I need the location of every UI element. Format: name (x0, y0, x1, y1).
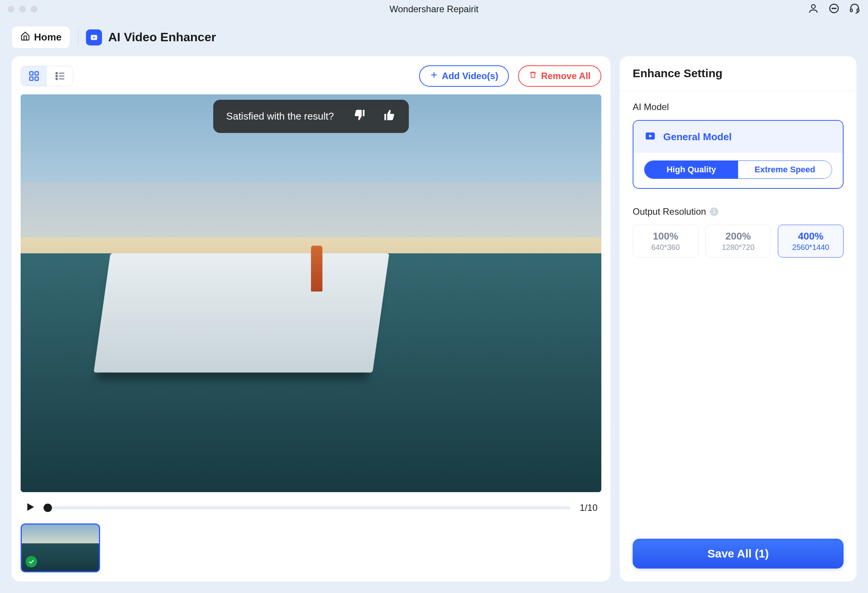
trash-icon (529, 71, 537, 81)
frame-counter: 1/10 (580, 502, 598, 513)
extreme-speed-option[interactable]: Extreme Speed (738, 161, 832, 178)
resolution-pct: 200% (706, 230, 771, 242)
feedback-prompt: Satisfied with the result? (213, 100, 409, 133)
model-name: General Model (663, 131, 732, 143)
quality-toggle: High Quality Extreme Speed (644, 160, 832, 179)
svg-point-16 (56, 78, 57, 80)
video-preview[interactable]: Satisfied with the result? (21, 94, 601, 492)
feedback-icon[interactable] (828, 3, 840, 16)
minimize-window-icon[interactable] (19, 6, 26, 13)
high-quality-option[interactable]: High Quality (645, 161, 738, 178)
page-title-group: AI Video Enhancer (86, 29, 216, 45)
resolution-400[interactable]: 400% 2560*1440 (778, 225, 844, 258)
play-button[interactable] (24, 501, 36, 514)
remove-all-button[interactable]: Remove All (518, 65, 601, 87)
titlebar: Wondershare Repairit (0, 0, 868, 18)
resolution-dim: 2560*1440 (778, 243, 843, 252)
account-icon[interactable] (808, 3, 819, 16)
video-thumbnail[interactable] (21, 523, 100, 572)
svg-rect-8 (30, 72, 33, 75)
resolution-pct: 400% (778, 230, 843, 242)
home-icon (20, 31, 30, 44)
video-enhancer-icon (86, 29, 102, 45)
window-controls (8, 6, 37, 13)
home-label: Home (34, 31, 62, 43)
resolution-options: 100% 640*360 200% 1280*720 400% 2560*144… (633, 225, 844, 258)
close-window-icon[interactable] (8, 6, 15, 13)
resolution-label-text: Output Resolution (633, 206, 706, 217)
home-button[interactable]: Home (11, 26, 70, 49)
resolution-label: Output Resolution i (633, 206, 844, 217)
breadcrumb: Home AI Video Enhancer (0, 18, 868, 56)
svg-rect-11 (35, 77, 39, 81)
add-video-label: Add Video(s) (442, 71, 499, 81)
breadcrumb-separator (78, 29, 78, 45)
add-video-button[interactable]: Add Video(s) (419, 65, 509, 87)
thumbnail-strip (21, 521, 601, 572)
page-title: AI Video Enhancer (108, 30, 216, 44)
settings-panel: Enhance Setting AI Model General Model H… (620, 56, 857, 582)
check-icon (26, 556, 37, 567)
svg-point-3 (834, 8, 834, 9)
video-panel: Add Video(s) Remove All Satisfied with t… (11, 56, 611, 582)
settings-title: Enhance Setting (620, 56, 857, 91)
resolution-dim: 1280*720 (706, 243, 771, 252)
resolution-pct: 100% (633, 230, 698, 242)
svg-rect-10 (30, 77, 33, 81)
resolution-dim: 640*360 (633, 243, 698, 252)
maximize-window-icon[interactable] (31, 6, 37, 13)
svg-point-14 (56, 75, 57, 77)
player-controls: 1/10 (21, 492, 601, 521)
ai-model-label: AI Model (633, 102, 844, 112)
model-card[interactable]: General Model High Quality Extreme Speed (633, 120, 844, 189)
video-icon (644, 130, 656, 144)
progress-bar[interactable] (45, 506, 570, 509)
thumbs-up-icon[interactable] (382, 108, 396, 125)
feedback-text: Satisfied with the result? (226, 110, 334, 122)
svg-point-12 (56, 73, 57, 74)
support-icon[interactable] (849, 3, 860, 16)
svg-point-2 (832, 8, 833, 9)
resolution-200[interactable]: 200% 1280*720 (705, 225, 771, 258)
list-view-button[interactable] (47, 66, 73, 86)
resolution-100[interactable]: 100% 640*360 (633, 225, 698, 258)
plus-icon (430, 71, 438, 81)
remove-all-label: Remove All (541, 71, 591, 81)
svg-rect-5 (850, 9, 852, 12)
svg-point-4 (835, 8, 836, 9)
thumbs-down-icon[interactable] (353, 108, 367, 125)
grid-view-button[interactable] (21, 66, 47, 86)
svg-rect-9 (35, 72, 39, 75)
info-icon[interactable]: i (710, 207, 718, 216)
view-toggle (21, 66, 73, 86)
save-all-button[interactable]: Save All (1) (633, 539, 844, 569)
svg-rect-6 (857, 9, 859, 12)
app-title: Wondershare Repairit (389, 4, 478, 15)
svg-point-0 (811, 5, 815, 8)
progress-thumb[interactable] (44, 504, 52, 512)
